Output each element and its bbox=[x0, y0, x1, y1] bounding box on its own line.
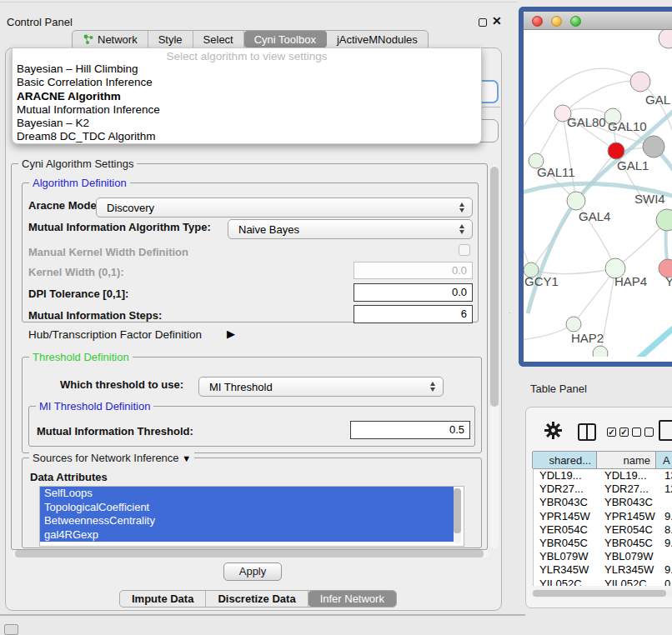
tab-impute-data[interactable]: Impute Data bbox=[120, 591, 206, 607]
aracne-mode-combo[interactable]: Discovery bbox=[96, 198, 473, 218]
apply-button[interactable]: Apply bbox=[223, 562, 282, 581]
document-icon[interactable] bbox=[659, 420, 672, 441]
table-row[interactable]: YDL19...YDL19...13 bbox=[534, 469, 672, 482]
network-edge[interactable] bbox=[563, 81, 640, 113]
horizontal-scrollbar-thumb[interactable] bbox=[15, 550, 484, 558]
mi-threshold-label: Mutual Information Threshold: bbox=[37, 425, 193, 438]
node-label: GAL bbox=[645, 92, 670, 107]
dropdown-item[interactable]: Dream8 DC_TDC Algorithm bbox=[13, 130, 481, 143]
pane-splitter-handle[interactable]: · bbox=[509, 309, 512, 312]
table-scrollbar-thumb[interactable] bbox=[533, 590, 666, 597]
close-traffic-light-icon[interactable] bbox=[532, 16, 543, 27]
select-all-checkboxes-icon[interactable]: ✓ ✓ bbox=[607, 428, 629, 437]
network-graph[interactable]: GALGAL80GAL10GAL1GAL11GAL4SWI4GCY1HAP4YH… bbox=[524, 30, 672, 357]
tab-jactivemnodules[interactable]: jActiveMNodules bbox=[327, 31, 428, 48]
checked-box-icon: ✓ bbox=[607, 428, 616, 437]
table-cell: YIL052C bbox=[534, 578, 599, 587]
window-top-edge bbox=[0, 2, 517, 2]
network-node[interactable] bbox=[593, 346, 608, 357]
minimize-traffic-light-icon[interactable] bbox=[551, 16, 562, 27]
table-cell: YBR045C bbox=[599, 537, 659, 550]
deselect-all-checkboxes-icon[interactable] bbox=[632, 428, 654, 437]
dropdown-item[interactable]: Basic Correlation Inference bbox=[13, 76, 481, 89]
network-window-titlebar[interactable] bbox=[524, 12, 672, 30]
network-node-hap2[interactable] bbox=[566, 317, 581, 332]
dropdown-item[interactable]: Bayesian – Hill Climbing bbox=[13, 62, 481, 76]
table-horizontal-scrollbar[interactable] bbox=[531, 589, 672, 598]
network-canvas[interactable]: GALGAL80GAL10GAL1GAL11GAL4SWI4GCY1HAP4YH… bbox=[524, 30, 672, 357]
dropdown-item[interactable]: Mutual Information Inference bbox=[13, 103, 481, 117]
zoom-traffic-light-icon[interactable] bbox=[570, 16, 581, 27]
column-header-name[interactable]: name bbox=[596, 452, 656, 468]
mi-steps-field[interactable]: 6 bbox=[354, 305, 473, 323]
network-node-gal4[interactable] bbox=[567, 192, 585, 210]
attribute-list-item[interactable]: BetweennessCentrality bbox=[40, 514, 454, 528]
tab-network[interactable]: Network bbox=[73, 31, 148, 48]
list-scrollbar-thumb[interactable] bbox=[454, 488, 461, 533]
table-cell bbox=[659, 550, 672, 563]
network-node[interactable] bbox=[659, 30, 672, 48]
settings-scrollbar-thumb[interactable] bbox=[490, 167, 499, 407]
table-row[interactable]: YBL079WYBL079W bbox=[534, 550, 672, 563]
network-node-gal1[interactable] bbox=[608, 142, 624, 159]
minimized-panel-icon[interactable] bbox=[4, 624, 18, 635]
settings-scrollbar[interactable] bbox=[490, 165, 499, 548]
network-node-swi4[interactable] bbox=[656, 209, 672, 231]
node-label: SWI4 bbox=[634, 192, 665, 206]
table-cell: YLR345W bbox=[599, 563, 659, 577]
tab-style[interactable]: Style bbox=[148, 31, 193, 48]
table-row[interactable]: YPR145WYPR145W9. bbox=[534, 510, 672, 523]
table-cell: 9. bbox=[659, 510, 672, 523]
mi-threshold-field[interactable]: 0.5 bbox=[350, 421, 470, 439]
attribute-list-item[interactable]: TopologicalCoefficient bbox=[40, 501, 454, 515]
mi-type-combo[interactable]: Naive Bayes bbox=[228, 219, 473, 239]
dropdown-item[interactable]: ARACNE Algorithm bbox=[13, 90, 481, 103]
combo-spinner-icon bbox=[459, 202, 464, 212]
node-label: GAL10 bbox=[608, 119, 647, 133]
columns-icon[interactable] bbox=[578, 423, 596, 441]
list-scrollbar[interactable] bbox=[454, 488, 461, 543]
data-attributes-list[interactable]: SelfLoopsTopologicalCoefficientBetweenne… bbox=[39, 486, 464, 547]
tab-select[interactable]: Select bbox=[193, 31, 244, 48]
table-cell: YER054C bbox=[599, 523, 659, 537]
manual-kernel-checkbox[interactable] bbox=[459, 244, 470, 256]
collapse-arrow-icon[interactable]: ▼ bbox=[182, 453, 191, 463]
tab-cyni-toolbox[interactable]: Cyni Toolbox bbox=[244, 31, 327, 48]
gear-icon[interactable] bbox=[544, 422, 562, 439]
table-row[interactable]: YER054CYER054C8. bbox=[534, 523, 672, 537]
table-row[interactable]: YBR043CYBR043C bbox=[534, 496, 672, 509]
kernel-width-field[interactable]: 0.0 bbox=[354, 262, 473, 279]
node-label: GAL80 bbox=[567, 115, 606, 129]
network-edge[interactable] bbox=[574, 268, 615, 324]
table-row[interactable]: YLR345WYLR345W9. bbox=[534, 563, 672, 577]
column-header-partial[interactable]: A bbox=[655, 452, 672, 468]
attribute-list-item[interactable]: gal4RGexp bbox=[40, 528, 454, 542]
which-threshold-combo[interactable]: MI Threshold bbox=[198, 377, 444, 397]
dpi-tolerance-field[interactable]: 0.0 bbox=[354, 283, 473, 302]
cyni-bottom-tabs: Impute Data Discretize Data Infer Networ… bbox=[119, 590, 397, 608]
network-edge[interactable] bbox=[637, 327, 672, 357]
network-node-gal[interactable] bbox=[630, 72, 650, 92]
attribute-list-item[interactable]: SelfLoops bbox=[40, 487, 454, 501]
close-icon[interactable]: ✕ bbox=[492, 14, 502, 28]
column-header-shared-name[interactable]: shared... bbox=[532, 452, 597, 468]
node-label: GAL11 bbox=[537, 165, 575, 179]
table-body[interactable]: YDL19...YDL19...13YDR27...YDR27...12YBR0… bbox=[533, 469, 672, 586]
table-cell: 9. bbox=[659, 563, 672, 577]
tab-discretize-data[interactable]: Discretize Data bbox=[206, 591, 308, 607]
dropdown-item[interactable]: Bayesian – K2 bbox=[13, 117, 481, 130]
tab-infer-network[interactable]: Infer Network bbox=[308, 591, 396, 607]
table-row[interactable]: YDR27...YDR27...12 bbox=[534, 482, 672, 496]
expand-arrow-icon[interactable]: ▶ bbox=[227, 328, 235, 340]
network-node[interactable] bbox=[643, 136, 664, 158]
table-cell: 12 bbox=[659, 482, 672, 496]
unchecked-box-icon bbox=[644, 428, 654, 437]
float-window-icon[interactable] bbox=[479, 18, 487, 27]
manual-kernel-label: Manual Kernel Width Definition bbox=[28, 246, 188, 258]
table-row[interactable]: YBR045CYBR045C9. bbox=[534, 537, 672, 550]
control-panel-title: Control Panel bbox=[7, 16, 73, 28]
table-row[interactable]: YIL052CYIL052C0. bbox=[534, 578, 672, 587]
settings-horizontal-scrollbar[interactable] bbox=[13, 550, 489, 558]
mi-type-label: Mutual Information Algorithm Type: bbox=[28, 221, 211, 233]
node-table: shared... name A YDL19...YDL19...13YDR27… bbox=[533, 451, 672, 586]
